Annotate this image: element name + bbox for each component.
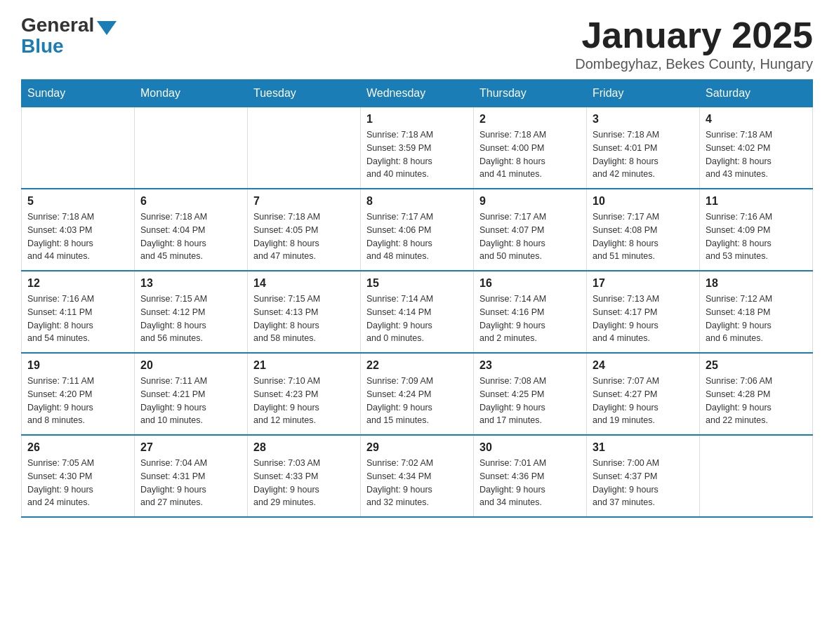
calendar-cell: 24Sunrise: 7:07 AM Sunset: 4:27 PM Dayli… bbox=[587, 353, 700, 435]
day-info: Sunrise: 7:11 AM Sunset: 4:21 PM Dayligh… bbox=[140, 375, 241, 427]
day-number: 24 bbox=[593, 359, 694, 372]
day-info: Sunrise: 7:18 AM Sunset: 4:01 PM Dayligh… bbox=[593, 128, 694, 181]
calendar-week-row: 19Sunrise: 7:11 AM Sunset: 4:20 PM Dayli… bbox=[22, 353, 813, 435]
calendar-header-row: SundayMondayTuesdayWednesdayThursdayFrid… bbox=[22, 80, 813, 107]
day-number: 27 bbox=[140, 441, 241, 454]
calendar-cell bbox=[22, 107, 135, 189]
page-header: General Blue January 2025 Dombegyhaz, Be… bbox=[21, 14, 813, 72]
day-info: Sunrise: 7:15 AM Sunset: 4:12 PM Dayligh… bbox=[140, 293, 241, 345]
calendar-cell: 14Sunrise: 7:15 AM Sunset: 4:13 PM Dayli… bbox=[248, 271, 361, 353]
calendar-week-row: 5Sunrise: 7:18 AM Sunset: 4:03 PM Daylig… bbox=[22, 189, 813, 271]
calendar-header-thursday: Thursday bbox=[474, 80, 587, 107]
calendar-header-wednesday: Wednesday bbox=[361, 80, 474, 107]
calendar-week-row: 1Sunrise: 7:18 AM Sunset: 3:59 PM Daylig… bbox=[22, 107, 813, 189]
calendar-cell: 16Sunrise: 7:14 AM Sunset: 4:16 PM Dayli… bbox=[474, 271, 587, 353]
day-info: Sunrise: 7:16 AM Sunset: 4:11 PM Dayligh… bbox=[27, 293, 128, 345]
calendar-cell: 19Sunrise: 7:11 AM Sunset: 4:20 PM Dayli… bbox=[22, 353, 135, 435]
calendar-cell: 8Sunrise: 7:17 AM Sunset: 4:06 PM Daylig… bbox=[361, 189, 474, 271]
calendar-title: January 2025 bbox=[575, 14, 813, 56]
calendar-cell: 26Sunrise: 7:05 AM Sunset: 4:30 PM Dayli… bbox=[22, 435, 135, 517]
calendar-cell: 1Sunrise: 7:18 AM Sunset: 3:59 PM Daylig… bbox=[361, 107, 474, 189]
day-info: Sunrise: 7:17 AM Sunset: 4:06 PM Dayligh… bbox=[366, 210, 468, 263]
calendar-week-row: 12Sunrise: 7:16 AM Sunset: 4:11 PM Dayli… bbox=[22, 271, 813, 353]
calendar-cell: 29Sunrise: 7:02 AM Sunset: 4:34 PM Dayli… bbox=[361, 435, 474, 517]
day-info: Sunrise: 7:18 AM Sunset: 4:00 PM Dayligh… bbox=[479, 128, 581, 181]
calendar-cell: 3Sunrise: 7:18 AM Sunset: 4:01 PM Daylig… bbox=[587, 107, 700, 189]
day-number: 19 bbox=[27, 359, 128, 372]
day-number: 17 bbox=[593, 277, 694, 290]
calendar-cell: 21Sunrise: 7:10 AM Sunset: 4:23 PM Dayli… bbox=[248, 353, 361, 435]
day-number: 15 bbox=[366, 277, 468, 290]
calendar-cell bbox=[135, 107, 248, 189]
day-info: Sunrise: 7:08 AM Sunset: 4:25 PM Dayligh… bbox=[479, 375, 581, 427]
day-info: Sunrise: 7:03 AM Sunset: 4:33 PM Dayligh… bbox=[253, 457, 355, 509]
day-number: 18 bbox=[706, 277, 807, 290]
calendar-week-row: 26Sunrise: 7:05 AM Sunset: 4:30 PM Dayli… bbox=[22, 435, 813, 517]
calendar-location: Dombegyhaz, Bekes County, Hungary bbox=[575, 56, 813, 72]
day-number: 20 bbox=[140, 359, 241, 372]
day-info: Sunrise: 7:05 AM Sunset: 4:30 PM Dayligh… bbox=[27, 457, 128, 509]
calendar-cell: 10Sunrise: 7:17 AM Sunset: 4:08 PM Dayli… bbox=[587, 189, 700, 271]
calendar-cell: 7Sunrise: 7:18 AM Sunset: 4:05 PM Daylig… bbox=[248, 189, 361, 271]
calendar-cell: 28Sunrise: 7:03 AM Sunset: 4:33 PM Dayli… bbox=[248, 435, 361, 517]
day-number: 6 bbox=[140, 195, 241, 208]
calendar-cell: 15Sunrise: 7:14 AM Sunset: 4:14 PM Dayli… bbox=[361, 271, 474, 353]
day-number: 11 bbox=[706, 195, 807, 208]
calendar-header-sunday: Sunday bbox=[22, 80, 135, 107]
calendar-cell: 2Sunrise: 7:18 AM Sunset: 4:00 PM Daylig… bbox=[474, 107, 587, 189]
day-info: Sunrise: 7:13 AM Sunset: 4:17 PM Dayligh… bbox=[593, 293, 694, 345]
calendar-cell: 11Sunrise: 7:16 AM Sunset: 4:09 PM Dayli… bbox=[700, 189, 813, 271]
day-number: 31 bbox=[593, 441, 694, 454]
day-number: 13 bbox=[140, 277, 241, 290]
day-info: Sunrise: 7:18 AM Sunset: 3:59 PM Dayligh… bbox=[366, 128, 468, 181]
calendar-cell: 18Sunrise: 7:12 AM Sunset: 4:18 PM Dayli… bbox=[700, 271, 813, 353]
calendar-header-tuesday: Tuesday bbox=[248, 80, 361, 107]
day-number: 10 bbox=[593, 195, 694, 208]
day-info: Sunrise: 7:15 AM Sunset: 4:13 PM Dayligh… bbox=[253, 293, 355, 345]
calendar-cell: 17Sunrise: 7:13 AM Sunset: 4:17 PM Dayli… bbox=[587, 271, 700, 353]
day-number: 1 bbox=[366, 113, 468, 126]
day-info: Sunrise: 7:16 AM Sunset: 4:09 PM Dayligh… bbox=[706, 210, 807, 263]
day-number: 26 bbox=[27, 441, 128, 454]
day-info: Sunrise: 7:18 AM Sunset: 4:02 PM Dayligh… bbox=[706, 128, 807, 181]
logo: General Blue bbox=[21, 14, 117, 58]
calendar-cell: 25Sunrise: 7:06 AM Sunset: 4:28 PM Dayli… bbox=[700, 353, 813, 435]
day-info: Sunrise: 7:01 AM Sunset: 4:36 PM Dayligh… bbox=[479, 457, 581, 509]
logo-blue-text: Blue bbox=[21, 35, 64, 58]
calendar-cell: 22Sunrise: 7:09 AM Sunset: 4:24 PM Dayli… bbox=[361, 353, 474, 435]
calendar-cell: 5Sunrise: 7:18 AM Sunset: 4:03 PM Daylig… bbox=[22, 189, 135, 271]
day-info: Sunrise: 7:10 AM Sunset: 4:23 PM Dayligh… bbox=[253, 375, 355, 427]
day-number: 14 bbox=[253, 277, 355, 290]
calendar-cell bbox=[248, 107, 361, 189]
day-number: 12 bbox=[27, 277, 128, 290]
logo-arrow-icon bbox=[97, 21, 117, 35]
day-number: 3 bbox=[593, 113, 694, 126]
day-number: 4 bbox=[706, 113, 807, 126]
calendar-table: SundayMondayTuesdayWednesdayThursdayFrid… bbox=[21, 79, 813, 518]
day-number: 7 bbox=[253, 195, 355, 208]
day-info: Sunrise: 7:14 AM Sunset: 4:14 PM Dayligh… bbox=[366, 293, 468, 345]
day-info: Sunrise: 7:18 AM Sunset: 4:04 PM Dayligh… bbox=[140, 210, 241, 263]
title-block: January 2025 Dombegyhaz, Bekes County, H… bbox=[575, 14, 813, 72]
day-number: 22 bbox=[366, 359, 468, 372]
calendar-header-saturday: Saturday bbox=[700, 80, 813, 107]
day-info: Sunrise: 7:11 AM Sunset: 4:20 PM Dayligh… bbox=[27, 375, 128, 427]
calendar-cell bbox=[700, 435, 813, 517]
calendar-cell: 31Sunrise: 7:00 AM Sunset: 4:37 PM Dayli… bbox=[587, 435, 700, 517]
calendar-header-monday: Monday bbox=[135, 80, 248, 107]
logo-general-text: General bbox=[21, 14, 94, 36]
day-number: 29 bbox=[366, 441, 468, 454]
calendar-cell: 30Sunrise: 7:01 AM Sunset: 4:36 PM Dayli… bbox=[474, 435, 587, 517]
calendar-header-friday: Friday bbox=[587, 80, 700, 107]
calendar-cell: 20Sunrise: 7:11 AM Sunset: 4:21 PM Dayli… bbox=[135, 353, 248, 435]
day-info: Sunrise: 7:18 AM Sunset: 4:05 PM Dayligh… bbox=[253, 210, 355, 263]
day-info: Sunrise: 7:02 AM Sunset: 4:34 PM Dayligh… bbox=[366, 457, 468, 509]
day-number: 28 bbox=[253, 441, 355, 454]
calendar-cell: 27Sunrise: 7:04 AM Sunset: 4:31 PM Dayli… bbox=[135, 435, 248, 517]
day-number: 2 bbox=[479, 113, 581, 126]
day-number: 8 bbox=[366, 195, 468, 208]
day-number: 25 bbox=[706, 359, 807, 372]
day-info: Sunrise: 7:06 AM Sunset: 4:28 PM Dayligh… bbox=[706, 375, 807, 427]
calendar-cell: 12Sunrise: 7:16 AM Sunset: 4:11 PM Dayli… bbox=[22, 271, 135, 353]
day-info: Sunrise: 7:17 AM Sunset: 4:08 PM Dayligh… bbox=[593, 210, 694, 263]
